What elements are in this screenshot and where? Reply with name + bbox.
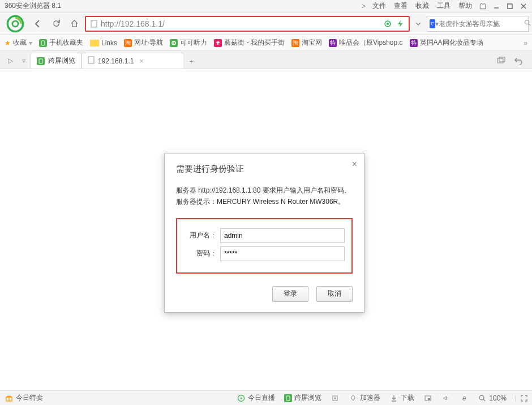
browser-logo-icon[interactable] [3, 14, 27, 34]
maximize-button[interactable] [504, 1, 516, 11]
bookmarks-overflow[interactable]: » [524, 39, 527, 47]
today-live-button[interactable]: 今日直播 [237, 393, 275, 403]
zoom-icon [478, 394, 487, 403]
play-icon [237, 394, 246, 403]
svg-rect-20 [428, 398, 430, 400]
password-input[interactable] [220, 246, 345, 261]
menu-file[interactable]: 文件 [369, 0, 389, 12]
username-input[interactable] [220, 228, 345, 243]
ie-mode-button[interactable]: e [460, 394, 469, 403]
url-input[interactable] [101, 19, 380, 28]
bookmark-nav[interactable]: 淘 网址·导航 [124, 38, 163, 48]
tab-dropdown-button[interactable]: ▿ [17, 53, 31, 69]
svg-rect-1 [508, 4, 512, 8]
home-button[interactable] [67, 16, 81, 31]
address-bar[interactable] [85, 16, 410, 32]
svg-rect-17 [286, 396, 290, 400]
lightning-icon[interactable] [395, 19, 405, 29]
skin-button[interactable] [477, 1, 489, 11]
new-tab-button[interactable]: + [183, 55, 199, 69]
pip-button[interactable] [423, 394, 432, 403]
tao-icon: 淘 [124, 39, 132, 47]
bookmark-taobao[interactable]: 淘 淘宝网 [291, 38, 322, 48]
today-deals-button[interactable]: 今日特卖 [5, 393, 43, 403]
login-button[interactable]: 登录 [272, 286, 308, 302]
download-icon [389, 394, 398, 403]
minimize-button[interactable] [490, 1, 503, 11]
password-row: 密码： [184, 246, 345, 261]
green-k-icon [170, 39, 178, 47]
status-bar: 今日特卖 今日直播 跨屏浏览 加速器 下载 [0, 390, 532, 405]
svg-rect-12 [88, 57, 94, 63]
site-icon [89, 19, 98, 28]
undo-close-icon[interactable] [512, 53, 525, 69]
dialog-close-button[interactable]: × [352, 159, 357, 169]
zoom-control[interactable]: 100% [478, 394, 507, 403]
menu-help[interactable]: 帮助 [455, 0, 475, 12]
close-button[interactable] [517, 1, 530, 11]
tab-label: 192.168.1.1 [98, 57, 134, 65]
phone-icon [39, 39, 47, 47]
rocket-icon [349, 394, 358, 403]
auth-dialog: 需要进行身份验证 × 服务器 http://192.168.1.1:80 要求用… [164, 153, 364, 313]
svg-point-21 [479, 395, 484, 400]
tab-cross-screen[interactable]: 跨屏浏览 [31, 53, 81, 69]
bookmark-mogu[interactable]: 蘑菇街 - 我的买手街 [214, 38, 285, 48]
username-row: 用户名： [184, 228, 345, 243]
accelerator-button[interactable]: 加速器 [349, 393, 380, 403]
title-bar: 360安全浏览器 8.1 > 文件 查看 收藏 工具 帮助 [0, 0, 532, 12]
bookmark-vipshop[interactable]: 特 唯品会（原Vipshop.c [329, 38, 402, 48]
password-label: 密码： [184, 249, 220, 258]
bookmark-kekenet[interactable]: 可可听力 [170, 38, 207, 48]
cross-screen-button[interactable]: 跨屏浏览 [284, 393, 321, 403]
favorites-button[interactable]: ★ 收藏 ▾ [5, 38, 32, 48]
vip-icon-2: 特 [410, 39, 418, 47]
doctor-button[interactable] [331, 394, 340, 403]
app-title: 360安全浏览器 8.1 [5, 1, 61, 11]
tab-list-button[interactable]: ▷ [3, 53, 17, 69]
svg-rect-9 [41, 41, 45, 45]
svg-rect-11 [39, 59, 42, 63]
tab-close-icon[interactable]: × [139, 57, 143, 65]
reload-button[interactable] [49, 16, 63, 31]
bookmark-aa[interactable]: 特 英国AA网化妆品专场 [410, 38, 483, 48]
ie-icon: e [460, 394, 469, 403]
menu-view[interactable]: 查看 [391, 0, 411, 12]
search-icon[interactable] [524, 19, 531, 28]
search-input[interactable] [439, 20, 524, 28]
pip-icon [423, 394, 432, 403]
back-button[interactable] [31, 16, 45, 31]
sound-icon [441, 394, 451, 403]
titlebar-right: > 文件 查看 收藏 工具 帮助 [362, 0, 530, 12]
nav-bar: ▾ [0, 12, 532, 35]
dialog-message: 服务器 http://192.168.1.1:80 要求用户输入用户名和密码。 … [176, 185, 353, 208]
restore-tab-icon[interactable] [495, 53, 508, 69]
page-content: 需要进行身份验证 × 服务器 http://192.168.1.1:80 要求用… [0, 69, 532, 390]
tab-strip: ▷ ▿ 跨屏浏览 192.168.1.1 × + [0, 51, 532, 69]
tab-active[interactable]: 192.168.1.1 × [81, 53, 183, 69]
menu-more-indicator[interactable]: > [362, 2, 366, 10]
credentials-area: 用户名： 密码： [176, 218, 353, 274]
bookmarks-bar: ★ 收藏 ▾ 手机收藏夹 Links 淘 网址·导航 可可听力 蘑菇街 - 我的… [0, 35, 532, 51]
medical-icon [331, 394, 340, 403]
mute-button[interactable] [441, 394, 451, 403]
download-button[interactable]: 下载 [389, 393, 414, 403]
phone-sync-icon [37, 57, 45, 65]
compat-mode-icon[interactable] [383, 19, 393, 29]
search-box[interactable]: ▾ [427, 16, 529, 32]
phone-icon-sb [284, 394, 292, 402]
gift-icon [5, 394, 14, 403]
bookmark-phone[interactable]: 手机收藏夹 [39, 38, 83, 48]
bookmark-links[interactable]: Links [90, 39, 117, 47]
svg-rect-14 [499, 57, 505, 62]
search-provider-icon[interactable] [430, 19, 435, 28]
menu-tools[interactable]: 工具 [434, 0, 454, 12]
dialog-message-line2: 服务器提示：MERCURY Wireless N Router MW306R。 [176, 196, 353, 207]
tab-label: 跨屏浏览 [48, 56, 75, 66]
fullscreen-button[interactable] [516, 395, 527, 402]
url-dropdown[interactable] [413, 21, 423, 27]
cancel-button[interactable]: 取消 [316, 286, 353, 302]
dialog-title: 需要进行身份验证 [176, 164, 353, 174]
svg-point-3 [12, 20, 18, 26]
menu-favorites[interactable]: 收藏 [412, 0, 432, 12]
